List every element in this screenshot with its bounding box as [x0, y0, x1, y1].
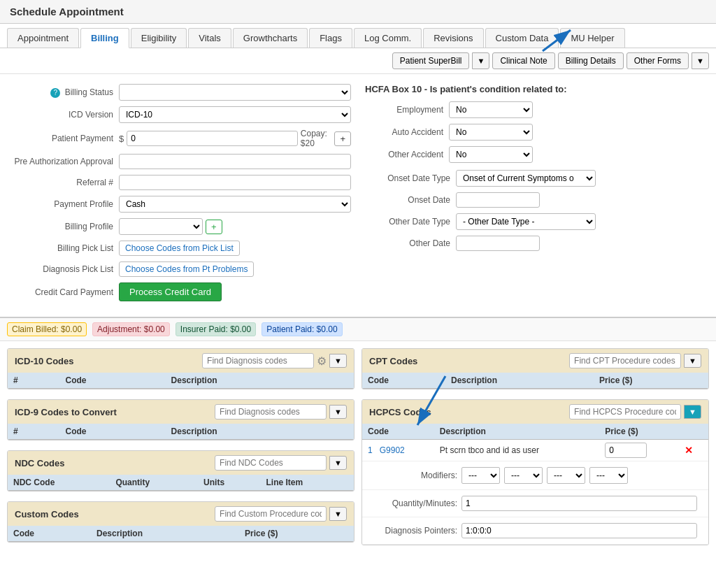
icd-version-select[interactable]: ICD-10 [119, 106, 351, 123]
billing-profile-row: Billing Profile + [7, 218, 351, 235]
ndc-search-dropdown[interactable]: ▼ [329, 456, 347, 470]
tab-appointment[interactable]: Appointment [7, 28, 79, 48]
other-accident-row: Other Accident No [365, 146, 709, 163]
icd10-title: ICD-10 Codes [15, 356, 74, 366]
diagnosis-pick-list-row: Diagnosis Pick List Choose Codes from Pt… [7, 261, 351, 277]
patient-superbill-dropdown[interactable]: ▼ [472, 52, 489, 69]
hcpcs-quantity-input[interactable] [461, 496, 697, 511]
add-payment-button[interactable]: + [334, 131, 351, 146]
hcpcs-table: Code Description Price ($) 1 G9902 [362, 424, 708, 545]
referral-input[interactable] [119, 175, 351, 190]
icd9-search-input[interactable] [215, 404, 327, 420]
hcpcs-search-dropdown[interactable]: ▼ [684, 405, 701, 419]
billing-pick-list-button[interactable]: Choose Codes from Pick List [119, 241, 240, 256]
tab-eligibility[interactable]: Eligibility [131, 28, 187, 48]
icd-version-row: ICD Version ICD-10 [7, 106, 351, 123]
custom-section: Custom Codes ▼ Code Description Price ($… [7, 501, 355, 543]
hcpcs-modifiers-row: Modifiers: --- --- --- --- [362, 461, 708, 490]
other-date-row: Other Date [365, 236, 709, 251]
hcpcs-code-value[interactable]: G9902 [380, 445, 405, 455]
hcpcs-price-input[interactable] [605, 443, 647, 458]
modifier-select-1[interactable]: --- [461, 467, 500, 484]
insurer-paid: Insurer Paid: $0.00 [176, 322, 256, 336]
cpt-table: Code Description Price ($) [362, 373, 708, 389]
ndc-search-input[interactable] [215, 455, 327, 471]
cpt-title: CPT Codes [369, 356, 417, 366]
add-billing-profile-button[interactable]: + [206, 220, 222, 234]
cpt-search-dropdown[interactable]: ▼ [684, 354, 701, 368]
patient-payment-input[interactable] [127, 131, 298, 146]
custom-title: Custom Codes [15, 509, 79, 519]
cpt-search-input[interactable] [569, 353, 681, 368]
pre-auth-row: Pre Authorization Approval [7, 154, 351, 169]
billing-status-select[interactable] [119, 84, 351, 101]
codes-left: ICD-10 Codes ⚙ ▼ # Code Description [7, 348, 355, 555]
billing-details-button[interactable]: Billing Details [558, 52, 624, 69]
hcpcs-diagnosis-input[interactable] [461, 523, 697, 538]
codes-area: ICD-10 Codes ⚙ ▼ # Code Description [0, 341, 716, 562]
hcpcs-search-input[interactable] [569, 404, 681, 420]
other-accident-select[interactable]: No [449, 146, 533, 163]
page-title: Schedule Appointment [10, 6, 124, 17]
modifier-select-3[interactable]: --- [547, 467, 585, 484]
icd10-search-input[interactable] [202, 353, 314, 368]
auto-accident-row: Auto Accident No [365, 124, 709, 141]
pre-auth-input[interactable] [119, 154, 351, 169]
hcpcs-delete-button[interactable]: ✕ [685, 445, 693, 456]
hcpcs-code-link[interactable]: 1 [368, 445, 373, 455]
clinical-note-button[interactable]: Clinical Note [492, 52, 554, 69]
tab-flags[interactable]: Flags [309, 28, 352, 48]
modifier-select-2[interactable]: --- [504, 467, 543, 484]
other-date-type-row: Other Date Type - Other Date Type - [365, 213, 709, 230]
hcfa-title: HCFA Box 10 - Is patient's condition rel… [365, 84, 709, 94]
cpt-section: CPT Codes ▼ Code Description Price ($) [361, 348, 709, 389]
employment-select[interactable]: No [449, 101, 533, 118]
diagnosis-pick-list-button[interactable]: Choose Codes from Pt Problems [119, 261, 254, 277]
hcpcs-diagnosis-row: Diagnosis Pointers: [362, 517, 708, 545]
tab-vitals[interactable]: Vitals [188, 28, 231, 48]
patient-payment-row: Patient Payment $ Copay: $20 + [7, 129, 351, 148]
tab-billing[interactable]: Billing [80, 28, 129, 48]
other-date-type-select[interactable]: - Other Date Type - [456, 213, 596, 230]
billing-status-row: ? Billing Status [7, 84, 351, 101]
icd10-loading-icon: ⚙ [317, 354, 327, 368]
icd9-search-dropdown[interactable]: ▼ [329, 405, 347, 419]
help-icon[interactable]: ? [50, 88, 60, 98]
tab-revisions[interactable]: Revisions [423, 28, 483, 48]
billing-profile-select[interactable] [119, 218, 203, 235]
icd9-title: ICD-9 Codes to Convert [15, 407, 117, 417]
patient-superbill-button[interactable]: Patient SuperBill [392, 52, 470, 69]
process-credit-card-button[interactable]: Process Credit Card [119, 282, 222, 301]
payment-profile-select[interactable]: Cash [119, 196, 351, 213]
payment-profile-row: Payment Profile Cash [7, 196, 351, 213]
custom-search-dropdown[interactable]: ▼ [329, 507, 347, 521]
hcpcs-section: HCPCS Codes ▼ Code Description Price ($) [361, 399, 709, 545]
onset-date-input[interactable] [456, 192, 540, 208]
tab-logcomm[interactable]: Log Comm. [354, 28, 422, 48]
employment-row: Employment No [365, 101, 709, 118]
onset-date-row: Onset Date [365, 192, 709, 208]
other-date-input[interactable] [456, 236, 540, 251]
referral-row: Referral # [7, 175, 351, 190]
form-left: ? Billing Status ICD Version ICD-10 [7, 84, 351, 307]
onset-date-type-select[interactable]: Onset of Current Symptoms o [456, 170, 596, 187]
hcpcs-quantity-row: Quantity/Minutes: [362, 490, 708, 517]
onset-date-type-row: Onset Date Type Onset of Current Symptom… [365, 170, 709, 187]
patient-paid: Patient Paid: $0.00 [262, 322, 342, 336]
other-forms-dropdown[interactable]: ▼ [692, 52, 709, 69]
custom-table: Code Description Price ($) [8, 526, 354, 542]
other-forms-button[interactable]: Other Forms [626, 52, 689, 69]
ndc-table: NDC Code Quantity Units Line Item [8, 475, 354, 491]
ndc-section: NDC Codes ▼ NDC Code Quantity Units Line… [7, 450, 355, 492]
hcpcs-title: HCPCS Codes [369, 407, 431, 417]
hcpcs-row-1: 1 G9902 Pt scrn tbco and id as user ✕ [362, 440, 708, 461]
auto-accident-select[interactable]: No [449, 124, 533, 141]
tab-growthcharts[interactable]: Growthcharts [233, 28, 308, 48]
custom-search-input[interactable] [215, 506, 327, 522]
icd10-table: # Code Description [8, 373, 354, 389]
icd10-search-dropdown[interactable]: ▼ [329, 354, 347, 368]
form-right: HCFA Box 10 - Is patient's condition rel… [365, 84, 709, 307]
modifier-select-4[interactable]: --- [589, 467, 628, 484]
summary-bar: Claim Billed: $0.00 Adjustment: $0.00 In… [0, 318, 716, 341]
adjustment: Adjustment: $0.00 [92, 322, 170, 336]
